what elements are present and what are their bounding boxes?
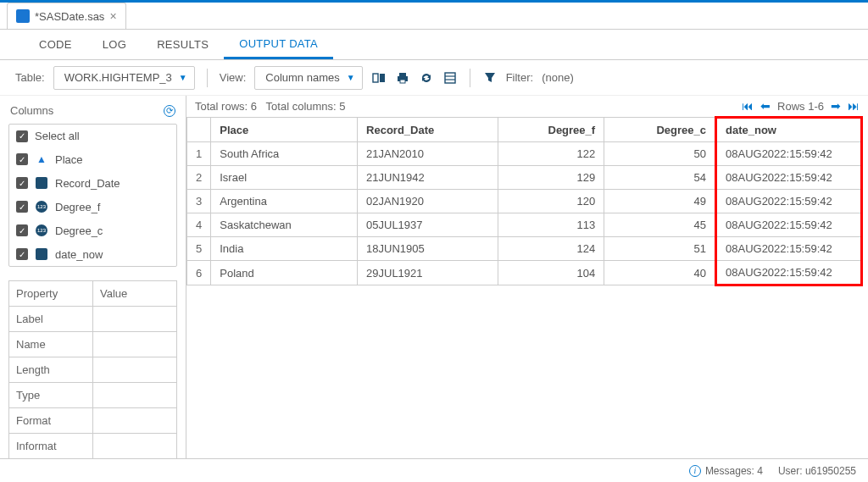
column-item-label: Place: [55, 153, 83, 166]
cell-place: Israel: [211, 166, 358, 190]
columns-header: Columns ⟳: [8, 101, 177, 124]
cell-date-now: 08AUG2022:15:59:42: [716, 237, 862, 261]
property-value: [93, 434, 176, 458]
tab-code[interactable]: CODE: [24, 30, 87, 59]
cell-place: Poland: [211, 261, 358, 285]
show-data-icon[interactable]: [371, 70, 387, 86]
property-row[interactable]: Type: [9, 383, 176, 408]
cell-place: South Africa: [211, 142, 358, 166]
close-icon[interactable]: ×: [109, 9, 116, 23]
cell-record-date: 18JUN1905: [358, 237, 498, 261]
property-row[interactable]: Format: [9, 408, 176, 434]
column-select-all[interactable]: ✓ Select all: [9, 125, 176, 147]
table-label: Table:: [15, 71, 45, 84]
svg-rect-3: [399, 73, 406, 76]
file-tab[interactable]: *SASDate.sas ×: [7, 3, 126, 29]
output-toolbar: Table: WORK.HIGHTEMP_3 ▼ View: Column na…: [0, 60, 868, 96]
property-value: [93, 383, 176, 407]
property-row[interactable]: Name: [9, 332, 176, 357]
checkbox-icon[interactable]: ✓: [16, 177, 28, 189]
next-page-icon[interactable]: ➡: [831, 99, 841, 113]
separator: [470, 69, 470, 87]
messages-button[interactable]: i Messages: 4: [689, 465, 763, 477]
rows-range: Rows 1-6: [777, 100, 824, 113]
tab-log[interactable]: LOG: [87, 30, 142, 59]
checkbox-icon[interactable]: ✓: [16, 153, 28, 165]
data-content: Total rows: 6 Total columns: 5 ⏮ ⬅ Rows …: [186, 96, 868, 458]
cell-date-now: 08AUG2022:15:59:42: [716, 261, 862, 285]
checkbox-icon[interactable]: ✓: [16, 248, 28, 260]
grid-metabar: Total rows: 6 Total columns: 5 ⏮ ⬅ Rows …: [186, 96, 868, 116]
rownum-header[interactable]: [187, 118, 211, 142]
property-value: [93, 357, 176, 382]
cell-date-now: 08AUG2022:15:59:42: [716, 142, 862, 166]
last-page-icon[interactable]: ⏭: [848, 99, 860, 113]
filter-label: Filter:: [506, 71, 534, 84]
col-place[interactable]: Place: [211, 118, 358, 142]
col-record-date[interactable]: Record_Date: [358, 118, 498, 142]
column-item[interactable]: ✓date_now: [9, 242, 176, 266]
table-row[interactable]: 5India18JUN19051245108AUG2022:15:59:42: [187, 237, 862, 261]
column-item[interactable]: ✓Degree_c: [9, 219, 176, 242]
table-dropdown-value: WORK.HIGHTEMP_3: [64, 71, 172, 84]
cell-degree-c: 45: [604, 213, 716, 237]
svg-rect-1: [380, 74, 385, 82]
property-row[interactable]: Informat: [9, 434, 176, 458]
prev-page-icon[interactable]: ⬅: [760, 99, 771, 113]
columns-list: ✓ Select all ✓▲Place✓Record_Date✓Degree_…: [8, 124, 177, 267]
total-cols: Total columns: 5: [266, 100, 346, 113]
svg-rect-0: [373, 74, 378, 82]
column-item[interactable]: ✓Degree_f: [9, 195, 176, 219]
property-value: [93, 408, 176, 433]
separator: [207, 69, 208, 87]
table-dropdown[interactable]: WORK.HIGHTEMP_3 ▼: [53, 66, 195, 90]
editor-tabs: CODE LOG RESULTS OUTPUT DATA: [0, 30, 868, 60]
table-row[interactable]: 2Israel21JUN19421295408AUG2022:15:59:42: [187, 166, 862, 190]
refresh-icon[interactable]: [419, 70, 434, 86]
sas-file-icon: [16, 9, 30, 23]
checkbox-icon[interactable]: ✓: [16, 224, 28, 236]
table-row[interactable]: 3Argentina02JAN19201204908AUG2022:15:59:…: [187, 190, 862, 213]
first-page-icon[interactable]: ⏮: [742, 99, 754, 113]
properties-grid: Property Value LabelNameLengthTypeFormat…: [8, 280, 177, 458]
cell-date-now: 08AUG2022:15:59:42: [716, 190, 862, 213]
property-row[interactable]: Length: [9, 357, 176, 383]
cell-place: Argentina: [211, 190, 358, 213]
file-tab-label: *SASDate.sas: [35, 10, 104, 23]
col-date-now[interactable]: date_now: [716, 118, 862, 142]
print-icon[interactable]: [395, 70, 410, 86]
checkbox-icon[interactable]: ✓: [16, 201, 28, 213]
cell-degree-f: 129: [498, 166, 604, 190]
select-all-label: Select all: [35, 130, 80, 142]
columns-refresh-icon[interactable]: ⟳: [164, 105, 175, 117]
cell-degree-f: 122: [498, 142, 604, 166]
cell-degree-f: 104: [498, 261, 604, 285]
view-dropdown[interactable]: Column names ▼: [254, 66, 362, 90]
column-item[interactable]: ✓Record_Date: [9, 171, 176, 195]
property-row[interactable]: Label: [9, 307, 176, 332]
svg-rect-5: [445, 73, 455, 83]
tab-results[interactable]: RESULTS: [142, 30, 224, 59]
cell-place: India: [211, 237, 358, 261]
table-row[interactable]: 6Poland29JUL19211044008AUG2022:15:59:42: [187, 261, 862, 285]
cell-date-now: 08AUG2022:15:59:42: [716, 166, 862, 190]
property-name: Name: [9, 332, 93, 357]
table-row[interactable]: 4Saskatchewan05JUL19371134508AUG2022:15:…: [187, 213, 862, 237]
export-icon[interactable]: [442, 70, 458, 86]
property-value: [93, 332, 176, 357]
col-degree-f[interactable]: Degree_f: [498, 118, 604, 142]
app-window: *SASDate.sas × CODE LOG RESULTS OUTPUT D…: [0, 0, 868, 482]
user-label: User: u61950255: [778, 465, 856, 477]
data-grid[interactable]: Place Record_Date Degree_f Degree_c date…: [186, 116, 868, 458]
tab-output-data[interactable]: OUTPUT DATA: [224, 30, 333, 59]
num-type-icon: [35, 200, 48, 213]
table-row[interactable]: 1South Africa21JAN20101225008AUG2022:15:…: [187, 142, 862, 166]
checkbox-icon[interactable]: ✓: [16, 130, 28, 142]
columns-sidebar: Columns ⟳ ✓ Select all ✓▲Place✓Record_Da…: [0, 96, 186, 458]
cell-degree-c: 40: [604, 261, 716, 285]
info-icon: i: [689, 465, 701, 477]
column-item[interactable]: ✓▲Place: [9, 147, 176, 171]
row-number: 3: [187, 190, 211, 213]
filter-icon[interactable]: [482, 70, 498, 86]
col-degree-c[interactable]: Degree_c: [604, 118, 716, 142]
